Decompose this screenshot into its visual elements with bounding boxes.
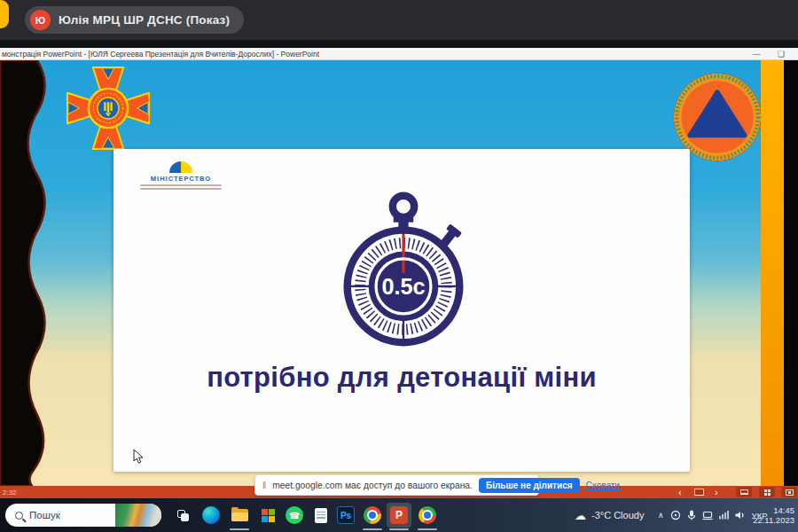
current-slide-icon	[694, 489, 704, 496]
mouse-cursor-icon	[133, 449, 144, 465]
speaker-icon[interactable]	[733, 509, 746, 521]
task-view-button[interactable]	[170, 503, 195, 528]
ministry-subtitle-line	[140, 184, 222, 187]
presenter-name-pill[interactable]: Ю Юлія МРЦ ШР ДСНС (Показ)	[25, 6, 244, 34]
display-settings-button[interactable]	[736, 487, 752, 497]
taskbar-search[interactable]: Пошук	[5, 504, 161, 527]
presentation-slide: МІНІСТЕРСТВО	[0, 60, 798, 486]
device-icon[interactable]	[701, 509, 714, 521]
file-explorer-icon[interactable]	[227, 503, 252, 528]
restore-button[interactable]: ❏	[771, 48, 791, 60]
ministry-arch-icon	[169, 161, 192, 173]
open-app-indicator	[389, 528, 409, 530]
slideshow-options-button[interactable]	[781, 487, 797, 497]
slideshow-timer: 2:32	[3, 489, 17, 497]
tray-overflow-chevron[interactable]: ∧	[656, 511, 666, 520]
ministry-subtitle-line	[140, 188, 222, 191]
slide-right-black-edge	[784, 60, 798, 486]
participant-tile-edge[interactable]	[0, 0, 9, 28]
meet-bar-divider	[0, 40, 798, 48]
ministry-logo: МІНІСТЕРСТВО	[128, 161, 234, 190]
taskbar-weather[interactable]: ☁ -3°C Cloudy	[575, 498, 644, 532]
slide-content-panel: МІНІСТЕРСТВО	[113, 149, 690, 472]
whatsapp-icon[interactable]: ☎	[282, 503, 307, 528]
screen: Ю Юлія МРЦ ШР ДСНС (Показ) монстрація Po…	[0, 0, 798, 532]
previous-slide-button[interactable]: ‹	[678, 487, 682, 497]
hide-toast-link[interactable]: Сховати	[586, 481, 620, 490]
photoshop-icon[interactable]: Ps	[333, 503, 358, 528]
slide-grid-button[interactable]	[759, 487, 775, 497]
avatar: Ю	[30, 10, 51, 30]
search-daily-image[interactable]	[115, 504, 161, 527]
stop-sharing-button[interactable]: Більше не ділитися	[479, 478, 580, 493]
pause-icon: ‖	[262, 481, 266, 490]
edge-icon[interactable]	[199, 503, 223, 528]
microsoft-store-icon[interactable]	[255, 503, 280, 528]
network-signal-icon[interactable]	[717, 509, 730, 521]
clock-time: 14:45	[773, 505, 794, 515]
taskbar-clock[interactable]: 14:45 22.11.2023	[753, 498, 794, 532]
chrome-profile-2-icon[interactable]	[415, 503, 440, 528]
search-label: Пошук	[29, 510, 115, 520]
powerpoint-titlebar: монстрація PowerPoint - [ЮЛЯ Сергеева Пр…	[0, 48, 798, 60]
weather-label: -3°C Cloudy	[591, 510, 644, 520]
microphone-icon[interactable]	[685, 509, 698, 521]
toast-message: meet.google.com має доступ до вашого екр…	[272, 481, 473, 490]
stopwatch-value: 0.5с	[381, 274, 425, 299]
cloud-icon: ☁	[575, 509, 586, 522]
slide-right-yellow-stripe	[761, 60, 784, 486]
next-slide-button[interactable]: ›	[715, 487, 718, 497]
open-app-indicator	[230, 528, 249, 530]
clock-date: 22.11.2023	[753, 515, 794, 525]
powerpoint-icon[interactable]: P	[387, 503, 411, 528]
slide-left-wave-decoration	[0, 60, 62, 486]
dsns-emblem-icon	[66, 66, 151, 151]
search-icon	[15, 512, 23, 520]
window-title: монстрація PowerPoint - [ЮЛЯ Сергеева Пр…	[0, 50, 319, 59]
minimize-button[interactable]: —	[747, 48, 766, 60]
chrome-icon[interactable]	[360, 503, 385, 528]
onedrive-status-icon[interactable]	[669, 509, 682, 521]
presenter-label: Юлія МРЦ ШР ДСНС (Показ)	[59, 13, 230, 27]
meet-top-bar: Ю Юлія МРЦ ШР ДСНС (Показ)	[0, 0, 798, 40]
windows-taskbar: Пошук ☎ Ps P ☁ -3°C Cloudy ∧	[0, 498, 798, 532]
open-app-indicator	[363, 528, 382, 530]
slide-caption: потрібно для детонації міни	[113, 362, 690, 394]
stopwatch-icon: 0.5с	[337, 188, 470, 355]
ministry-title: МІНІСТЕРСТВО	[128, 175, 234, 183]
open-app-indicator	[418, 528, 437, 530]
notepad-icon[interactable]	[309, 503, 333, 528]
screen-share-toast: ‖ meet.google.com має доступ до вашого е…	[254, 474, 539, 496]
